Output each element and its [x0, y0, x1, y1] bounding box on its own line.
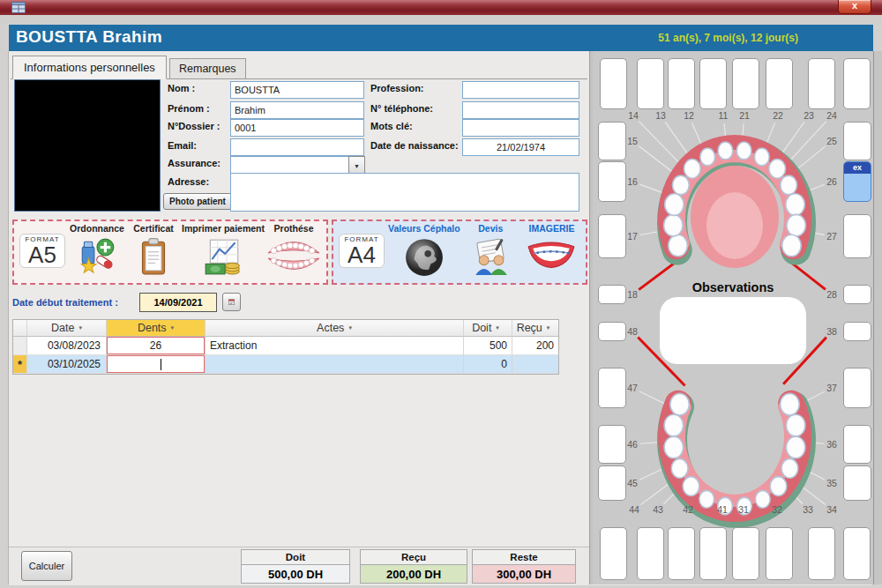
- cell-recu[interactable]: 200: [512, 337, 558, 355]
- close-button[interactable]: x: [838, 0, 871, 14]
- cell-actes[interactable]: [206, 355, 464, 374]
- cell-dents[interactable]: 26: [107, 337, 206, 355]
- tooth-box-26[interactable]: ex: [843, 161, 871, 202]
- naissance-field[interactable]: [462, 138, 579, 156]
- dossier-field[interactable]: [230, 119, 364, 137]
- tooth-box-13[interactable]: [637, 58, 664, 109]
- tooth-number-35: 35: [826, 478, 837, 488]
- tooth-box-41[interactable]: [699, 527, 727, 580]
- dropdown-arrow-icon: ▾: [78, 324, 82, 331]
- tooth-number-48: 48: [627, 326, 638, 337]
- tooth-box-42[interactable]: [668, 527, 695, 580]
- tooth-box-44[interactable]: [600, 527, 627, 580]
- tooth-number-23: 23: [804, 110, 814, 121]
- tooth-box-16[interactable]: [598, 161, 626, 202]
- toolbar-item-imprimer-paiement[interactable]: Imprimer paiement: [182, 223, 265, 277]
- tooth-box-34[interactable]: [843, 527, 871, 580]
- tooth-box-36[interactable]: [843, 425, 871, 464]
- tooth-number-45: 45: [627, 478, 638, 488]
- tooth-box-11[interactable]: [699, 58, 727, 109]
- header-label: Dents: [138, 322, 167, 334]
- column-header-date[interactable]: Date▾: [27, 320, 107, 337]
- assurance-combo[interactable]: [230, 156, 355, 174]
- assurance-label: Assurance:: [168, 158, 220, 168]
- column-header-actes[interactable]: Actes▾: [206, 320, 464, 337]
- calculer-button[interactable]: Calculer: [21, 551, 72, 581]
- profession-field[interactable]: [462, 81, 579, 99]
- tooth-box-17[interactable]: [598, 214, 626, 258]
- tooth-box-14[interactable]: [600, 58, 627, 109]
- date-debut-traitement-field[interactable]: [139, 293, 217, 312]
- tooth-number-47: 47: [627, 383, 638, 393]
- mots-cle-field[interactable]: [462, 119, 579, 137]
- column-header-doit[interactable]: Doit▾: [464, 320, 512, 337]
- smile-braces-icon: [526, 236, 577, 272]
- tooth-box-47[interactable]: [598, 368, 626, 408]
- tooth-box-12[interactable]: [668, 58, 695, 109]
- toolbar-item-prothese[interactable]: Prothése: [265, 223, 323, 275]
- toolbar-item-imagerie[interactable]: IMAGERIE: [521, 223, 582, 272]
- telephone-field[interactable]: [462, 101, 579, 119]
- toolbar-item-devis[interactable]: Devis: [460, 223, 521, 277]
- tooth-box-15[interactable]: [598, 122, 626, 160]
- cell-dents-editing[interactable]: [107, 355, 206, 374]
- tab-bar: Informations personnelles Remarques: [11, 53, 587, 79]
- tooth-number-33: 33: [803, 504, 813, 515]
- calendar-icon: [228, 296, 235, 308]
- tab-informations-personnelles[interactable]: Informations personnelles: [12, 56, 167, 79]
- print-toolbar-a4: FORMAT A4 Valeurs Céphalo Devis: [332, 220, 587, 285]
- tooth-box-46[interactable]: [598, 425, 626, 464]
- toolbar-item-certificat[interactable]: Certificat: [125, 223, 182, 277]
- tab-remarques[interactable]: Remarques: [169, 58, 246, 79]
- tooth-box-31[interactable]: [732, 527, 759, 580]
- prenom-field[interactable]: [230, 101, 364, 119]
- observations-box[interactable]: [660, 297, 806, 364]
- new-row-marker[interactable]: *: [13, 355, 27, 374]
- total-doit-box: Doit 500,00 DH: [241, 549, 350, 584]
- tooth-number-46: 46: [627, 439, 638, 450]
- email-field[interactable]: [230, 138, 364, 156]
- cell-doit[interactable]: 0: [464, 355, 512, 374]
- payment-chart-icon: [203, 236, 243, 277]
- toolbar-item-valeurs-cephalo[interactable]: Valeurs Céphalo: [388, 223, 460, 277]
- adresse-field[interactable]: [230, 173, 579, 212]
- telephone-label: N° téléphone:: [370, 103, 433, 114]
- calendar-button[interactable]: [222, 293, 241, 311]
- tooth-box-33[interactable]: [808, 527, 835, 580]
- cell-doit[interactable]: 500: [464, 337, 512, 355]
- cell-actes[interactable]: Extraction: [206, 337, 464, 355]
- tooth-box-23[interactable]: [808, 58, 835, 109]
- tooth-number-32: 32: [772, 504, 782, 515]
- column-header-recu[interactable]: Reçu▾: [512, 320, 558, 337]
- tooth-box-27[interactable]: [843, 214, 871, 258]
- toolbar-item-ordonnance[interactable]: Ordonnance: [69, 223, 125, 277]
- row-selector-header[interactable]: [13, 320, 27, 337]
- text-caret: [161, 359, 161, 370]
- dropdown-arrow-icon: ▾: [547, 324, 550, 331]
- photo-patient-button[interactable]: Photo patient: [163, 193, 232, 210]
- tooth-box-32[interactable]: [766, 527, 793, 580]
- tooth-number-28: 28: [826, 289, 837, 300]
- tooth-box-35[interactable]: [843, 465, 871, 501]
- tooth-box-48[interactable]: [598, 322, 626, 341]
- tooth-number-24: 24: [826, 110, 837, 121]
- ribbon-strip: [0, 15, 882, 25]
- tooth-box-38[interactable]: [843, 322, 871, 341]
- cell-date[interactable]: 03/10/2025: [27, 355, 107, 374]
- total-reste-value: 300,00 DH: [473, 565, 575, 583]
- nom-field[interactable]: [230, 81, 364, 99]
- tooth-box-21[interactable]: [732, 58, 759, 109]
- tooth-box-22[interactable]: [766, 58, 793, 109]
- cell-date[interactable]: 03/08/2023: [27, 337, 107, 355]
- cell-recu[interactable]: [512, 355, 558, 374]
- tooth-box-45[interactable]: [598, 465, 626, 501]
- tooth-box-43[interactable]: [637, 527, 664, 580]
- tooth-box-24[interactable]: [843, 58, 871, 109]
- right-window-edge: [873, 51, 882, 584]
- table-row: 03/08/2023 26 Extraction 500 200: [13, 337, 558, 355]
- tooth-box-25[interactable]: [843, 122, 871, 160]
- tooth-box-37[interactable]: [843, 368, 871, 408]
- row-selector[interactable]: [13, 337, 27, 355]
- denture-icon: [265, 236, 323, 275]
- column-header-dents[interactable]: Dents▾: [107, 320, 206, 337]
